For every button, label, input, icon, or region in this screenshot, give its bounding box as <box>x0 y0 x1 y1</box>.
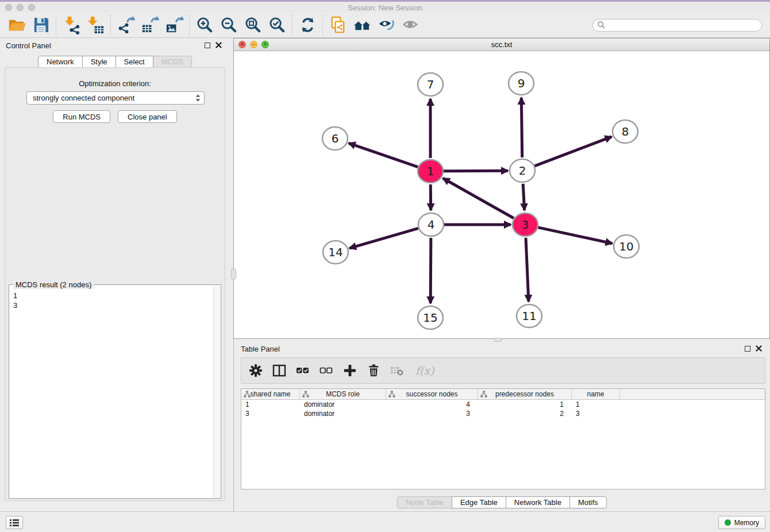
zoom-selected-button[interactable] <box>265 14 289 36</box>
column-header-name[interactable]: name <box>572 389 620 399</box>
create-column-button[interactable] <box>342 363 357 378</box>
status-bar: Memory <box>0 511 770 532</box>
column-header-predecessor-nodes[interactable]: predecessor nodes <box>478 389 572 399</box>
task-history-button[interactable] <box>6 516 23 529</box>
tab-motifs[interactable]: Motifs <box>569 496 607 508</box>
run-mcds-button[interactable]: Run MCDS <box>53 110 110 123</box>
selected-criterion: strongly connected component <box>33 94 195 102</box>
table-settings-button[interactable] <box>248 363 263 378</box>
network-canvas[interactable]: 7968124314101511 <box>234 51 769 338</box>
graph-edge-4-15[interactable] <box>430 238 431 303</box>
cell-successor-nodes[interactable]: 4 <box>386 400 478 408</box>
cell-shared-name[interactable]: 1 <box>241 400 300 408</box>
cell-shared-name[interactable]: 3 <box>241 410 300 418</box>
mcds-result-title: MCDS result (2 nodes) <box>13 280 94 289</box>
tab-network-table[interactable]: Network Table <box>506 496 570 508</box>
cell-predecessor-nodes[interactable]: 2 <box>478 410 572 418</box>
export-table-button[interactable] <box>138 14 162 36</box>
graph-edge-3-11[interactable] <box>526 238 529 302</box>
graph-node-11[interactable]: 11 <box>517 304 542 327</box>
memory-button[interactable]: Memory <box>718 516 765 529</box>
graph-edge-3-1[interactable] <box>443 178 514 218</box>
delete-column-button[interactable] <box>366 363 381 378</box>
column-header-mcds-role[interactable]: MCDS role <box>300 389 386 399</box>
tab-select[interactable]: Select <box>116 56 153 68</box>
deselect-all-columns-button[interactable] <box>319 363 334 378</box>
zoom-in-icon <box>195 16 214 34</box>
graph-node-15[interactable]: 15 <box>418 306 443 329</box>
graph-node-7[interactable]: 7 <box>418 73 443 96</box>
panel-divider-grip[interactable] <box>231 269 236 279</box>
svg-text:7: 7 <box>427 78 434 91</box>
network-window-titlebar[interactable]: ✕−+ scc.txt <box>234 38 769 51</box>
cell-mcds-role[interactable]: dominator <box>300 410 386 418</box>
graph-node-8[interactable]: 8 <box>613 120 638 143</box>
column-header-successor-nodes[interactable]: successor nodes <box>386 389 478 399</box>
result-scrollbar[interactable] <box>213 286 220 498</box>
optimization-criterion-select[interactable]: strongly connected component <box>26 91 205 105</box>
column-header-shared-name[interactable]: shared name <box>241 389 300 399</box>
toolbar-separator <box>56 15 56 36</box>
export-network-icon <box>117 16 136 34</box>
float-panel-icon[interactable] <box>205 43 210 48</box>
graph-edge-1-6[interactable] <box>349 143 418 167</box>
tab-network[interactable]: Network <box>38 56 83 68</box>
graph-node-6[interactable]: 6 <box>322 127 348 150</box>
cell-name[interactable]: 1 <box>572 400 620 408</box>
graph-node-10[interactable]: 10 <box>614 235 639 258</box>
tab-mcds[interactable]: MCDS <box>153 56 192 68</box>
graph-node-14[interactable]: 14 <box>323 241 348 264</box>
graph-node-9[interactable]: 9 <box>509 72 534 95</box>
apply-layout-button[interactable] <box>295 14 319 36</box>
svg-text:9: 9 <box>518 76 525 90</box>
select-all-columns-button[interactable] <box>295 363 310 378</box>
graph-edge-3-10[interactable] <box>538 228 612 244</box>
close-panel-icon[interactable] <box>756 345 762 352</box>
import-table-button[interactable] <box>83 14 107 36</box>
close-panel-button[interactable]: Close panel <box>118 110 177 123</box>
table-row[interactable]: 3dominator323 <box>241 409 765 418</box>
graph-edge-2-8[interactable] <box>535 137 612 166</box>
optimization-criterion-label: Optimization criterion: <box>5 79 225 88</box>
float-panel-icon[interactable] <box>745 346 750 352</box>
export-image-button[interactable] <box>162 14 186 36</box>
show-column-button[interactable] <box>272 363 287 378</box>
attribute-type-icon <box>480 391 487 398</box>
cell-mcds-role[interactable]: dominator <box>300 400 386 408</box>
eye-icon <box>401 16 420 34</box>
cell-name[interactable]: 3 <box>572 410 620 418</box>
clone-network-button[interactable] <box>326 14 350 36</box>
delete-table-button[interactable] <box>390 363 405 378</box>
graph-node-1[interactable]: 1 <box>418 160 443 183</box>
cell-predecessor-nodes[interactable]: 1 <box>478 400 572 408</box>
zoom-fit-button[interactable] <box>241 14 265 36</box>
panel-divider-grip[interactable] <box>494 338 502 342</box>
cell-successor-nodes[interactable]: 3 <box>386 410 478 418</box>
search-input[interactable] <box>592 19 762 32</box>
svg-text:1: 1 <box>427 164 434 178</box>
graph-edge-4-14[interactable] <box>349 228 418 248</box>
graph-node-3[interactable]: 3 <box>513 213 538 236</box>
close-panel-icon[interactable] <box>215 42 222 48</box>
graph-edge-2-9[interactable] <box>521 98 522 157</box>
import-network-button[interactable] <box>59 14 83 36</box>
save-session-button[interactable] <box>29 14 53 36</box>
zoom-out-button[interactable] <box>217 14 241 36</box>
tab-node-table[interactable]: Node Table <box>397 496 452 508</box>
attribute-type-icon <box>244 391 251 398</box>
graph-edge-2-3[interactable] <box>523 184 524 210</box>
graph-node-2[interactable]: 2 <box>510 159 535 182</box>
zoom-in-button[interactable] <box>192 14 217 36</box>
tab-edge-table[interactable]: Edge Table <box>452 496 506 508</box>
network-overview-button[interactable] <box>350 14 374 36</box>
show-graphics-details-button[interactable] <box>398 14 422 36</box>
svg-text:10: 10 <box>619 240 633 253</box>
export-network-button[interactable] <box>114 14 138 36</box>
table-row[interactable]: 1dominator411 <box>241 400 765 409</box>
graph-node-4[interactable]: 4 <box>418 213 444 236</box>
tab-style[interactable]: Style <box>82 56 116 68</box>
hide-graphics-details-button[interactable] <box>374 14 398 36</box>
open-session-button[interactable] <box>5 14 29 36</box>
graph-edge-1-2[interactable] <box>444 171 508 171</box>
function-builder-button[interactable]: f(x) <box>413 364 434 377</box>
